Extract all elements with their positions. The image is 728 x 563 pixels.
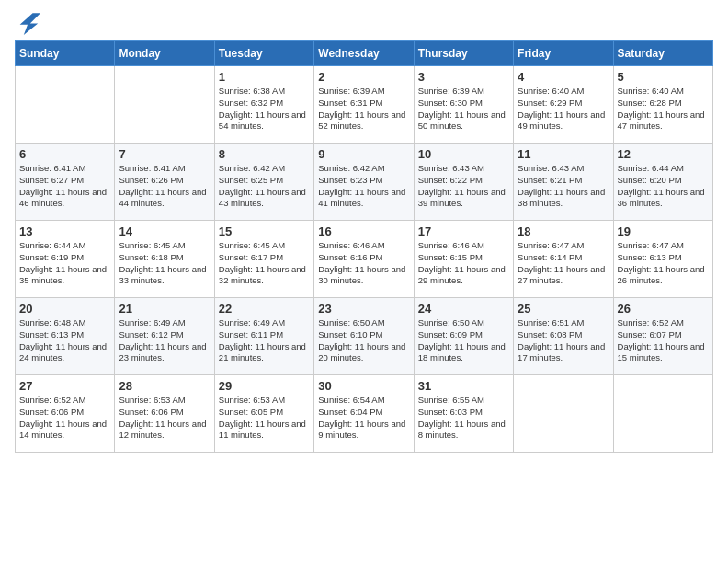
day-detail: Sunrise: 6:48 AM Sunset: 6:13 PM Dayligh… — [19, 317, 110, 364]
day-detail: Sunrise: 6:53 AM Sunset: 6:06 PM Dayligh… — [119, 395, 210, 442]
day-number: 16 — [318, 224, 409, 238]
day-cell: 7Sunrise: 6:41 AM Sunset: 6:26 PM Daylig… — [115, 144, 214, 221]
day-cell: 28Sunrise: 6:53 AM Sunset: 6:06 PM Dayli… — [115, 375, 214, 453]
day-detail: Sunrise: 6:44 AM Sunset: 6:20 PM Dayligh… — [618, 163, 709, 210]
day-number: 17 — [418, 224, 509, 238]
day-number: 12 — [618, 147, 709, 161]
day-cell: 31Sunrise: 6:55 AM Sunset: 6:03 PM Dayli… — [414, 375, 513, 453]
day-cell: 20Sunrise: 6:48 AM Sunset: 6:13 PM Dayli… — [16, 298, 115, 375]
header — [15, 9, 713, 35]
weekday-header-saturday: Saturday — [613, 41, 712, 66]
day-detail: Sunrise: 6:52 AM Sunset: 6:06 PM Dayligh… — [19, 395, 110, 442]
day-number: 19 — [618, 224, 709, 238]
day-number: 18 — [518, 224, 609, 238]
day-number: 23 — [318, 302, 409, 316]
day-number: 6 — [19, 147, 110, 161]
day-cell: 16Sunrise: 6:46 AM Sunset: 6:16 PM Dayli… — [314, 221, 414, 298]
day-cell: 11Sunrise: 6:43 AM Sunset: 6:21 PM Dayli… — [514, 144, 613, 221]
day-cell: 9Sunrise: 6:42 AM Sunset: 6:23 PM Daylig… — [314, 144, 414, 221]
day-number: 22 — [219, 302, 310, 316]
day-detail: Sunrise: 6:55 AM Sunset: 6:03 PM Dayligh… — [418, 395, 509, 442]
day-detail: Sunrise: 6:43 AM Sunset: 6:21 PM Dayligh… — [518, 163, 609, 210]
day-detail: Sunrise: 6:42 AM Sunset: 6:23 PM Dayligh… — [318, 163, 409, 210]
week-row-5: 27Sunrise: 6:52 AM Sunset: 6:06 PM Dayli… — [16, 375, 713, 453]
weekday-header-wednesday: Wednesday — [314, 41, 414, 66]
day-cell: 1Sunrise: 6:38 AM Sunset: 6:32 PM Daylig… — [214, 66, 313, 144]
day-cell: 10Sunrise: 6:43 AM Sunset: 6:22 PM Dayli… — [414, 144, 513, 221]
day-number: 15 — [219, 224, 310, 238]
day-number: 31 — [418, 379, 509, 393]
day-detail: Sunrise: 6:54 AM Sunset: 6:04 PM Dayligh… — [318, 395, 409, 442]
day-number: 14 — [119, 224, 210, 238]
day-cell: 17Sunrise: 6:46 AM Sunset: 6:15 PM Dayli… — [414, 221, 513, 298]
day-number: 4 — [518, 70, 609, 84]
page: SundayMondayTuesdayWednesdayThursdayFrid… — [0, 0, 728, 563]
svg-marker-0 — [20, 13, 40, 35]
day-cell: 29Sunrise: 6:53 AM Sunset: 6:05 PM Dayli… — [214, 375, 313, 453]
day-detail: Sunrise: 6:51 AM Sunset: 6:08 PM Dayligh… — [518, 317, 609, 364]
day-number: 10 — [418, 147, 509, 161]
day-cell: 3Sunrise: 6:39 AM Sunset: 6:30 PM Daylig… — [414, 66, 513, 144]
day-detail: Sunrise: 6:41 AM Sunset: 6:27 PM Dayligh… — [19, 163, 110, 210]
logo-icon — [15, 9, 40, 35]
day-detail: Sunrise: 6:42 AM Sunset: 6:25 PM Dayligh… — [219, 163, 310, 210]
day-detail: Sunrise: 6:38 AM Sunset: 6:32 PM Dayligh… — [219, 86, 310, 132]
week-row-1: 1Sunrise: 6:38 AM Sunset: 6:32 PM Daylig… — [16, 66, 713, 144]
day-detail: Sunrise: 6:49 AM Sunset: 6:11 PM Dayligh… — [219, 317, 310, 364]
weekday-header-row: SundayMondayTuesdayWednesdayThursdayFrid… — [16, 41, 713, 66]
week-row-2: 6Sunrise: 6:41 AM Sunset: 6:27 PM Daylig… — [16, 144, 713, 221]
weekday-header-monday: Monday — [115, 41, 214, 66]
day-detail: Sunrise: 6:43 AM Sunset: 6:22 PM Dayligh… — [418, 163, 509, 210]
day-cell: 22Sunrise: 6:49 AM Sunset: 6:11 PM Dayli… — [214, 298, 313, 375]
day-number: 29 — [219, 379, 310, 393]
day-cell: 18Sunrise: 6:47 AM Sunset: 6:14 PM Dayli… — [514, 221, 613, 298]
day-detail: Sunrise: 6:50 AM Sunset: 6:09 PM Dayligh… — [418, 317, 509, 364]
day-cell — [16, 66, 115, 144]
weekday-header-tuesday: Tuesday — [214, 41, 313, 66]
day-cell: 19Sunrise: 6:47 AM Sunset: 6:13 PM Dayli… — [613, 221, 712, 298]
day-cell: 26Sunrise: 6:52 AM Sunset: 6:07 PM Dayli… — [613, 298, 712, 375]
day-detail: Sunrise: 6:45 AM Sunset: 6:18 PM Dayligh… — [119, 240, 210, 287]
day-detail: Sunrise: 6:47 AM Sunset: 6:14 PM Dayligh… — [518, 240, 609, 287]
day-number: 9 — [318, 147, 409, 161]
day-detail: Sunrise: 6:40 AM Sunset: 6:29 PM Dayligh… — [518, 86, 609, 132]
weekday-header-thursday: Thursday — [414, 41, 513, 66]
calendar-table: SundayMondayTuesdayWednesdayThursdayFrid… — [15, 40, 713, 453]
day-detail: Sunrise: 6:50 AM Sunset: 6:10 PM Dayligh… — [318, 317, 409, 364]
day-number: 1 — [219, 70, 310, 84]
day-detail: Sunrise: 6:53 AM Sunset: 6:05 PM Dayligh… — [219, 395, 310, 442]
day-cell — [115, 66, 214, 144]
day-detail: Sunrise: 6:44 AM Sunset: 6:19 PM Dayligh… — [19, 240, 110, 287]
logo — [15, 9, 42, 35]
day-detail: Sunrise: 6:39 AM Sunset: 6:30 PM Dayligh… — [418, 86, 509, 132]
day-number: 3 — [418, 70, 509, 84]
day-cell: 2Sunrise: 6:39 AM Sunset: 6:31 PM Daylig… — [314, 66, 414, 144]
weekday-header-sunday: Sunday — [16, 41, 115, 66]
day-detail: Sunrise: 6:46 AM Sunset: 6:15 PM Dayligh… — [418, 240, 509, 287]
day-cell: 23Sunrise: 6:50 AM Sunset: 6:10 PM Dayli… — [314, 298, 414, 375]
day-number: 8 — [219, 147, 310, 161]
day-number: 2 — [318, 70, 409, 84]
day-cell: 8Sunrise: 6:42 AM Sunset: 6:25 PM Daylig… — [214, 144, 313, 221]
day-number: 26 — [618, 302, 709, 316]
day-detail: Sunrise: 6:41 AM Sunset: 6:26 PM Dayligh… — [119, 163, 210, 210]
day-cell: 12Sunrise: 6:44 AM Sunset: 6:20 PM Dayli… — [613, 144, 712, 221]
day-cell: 24Sunrise: 6:50 AM Sunset: 6:09 PM Dayli… — [414, 298, 513, 375]
day-detail: Sunrise: 6:40 AM Sunset: 6:28 PM Dayligh… — [618, 86, 709, 132]
day-cell: 15Sunrise: 6:45 AM Sunset: 6:17 PM Dayli… — [214, 221, 313, 298]
day-detail: Sunrise: 6:46 AM Sunset: 6:16 PM Dayligh… — [318, 240, 409, 287]
day-cell: 14Sunrise: 6:45 AM Sunset: 6:18 PM Dayli… — [115, 221, 214, 298]
day-number: 5 — [618, 70, 709, 84]
week-row-4: 20Sunrise: 6:48 AM Sunset: 6:13 PM Dayli… — [16, 298, 713, 375]
day-cell: 6Sunrise: 6:41 AM Sunset: 6:27 PM Daylig… — [16, 144, 115, 221]
day-number: 27 — [19, 379, 110, 393]
day-detail: Sunrise: 6:39 AM Sunset: 6:31 PM Dayligh… — [318, 86, 409, 132]
day-detail: Sunrise: 6:47 AM Sunset: 6:13 PM Dayligh… — [618, 240, 709, 287]
day-detail: Sunrise: 6:52 AM Sunset: 6:07 PM Dayligh… — [618, 317, 709, 364]
day-cell: 13Sunrise: 6:44 AM Sunset: 6:19 PM Dayli… — [16, 221, 115, 298]
day-number: 30 — [318, 379, 409, 393]
day-detail: Sunrise: 6:49 AM Sunset: 6:12 PM Dayligh… — [119, 317, 210, 364]
day-number: 24 — [418, 302, 509, 316]
day-number: 11 — [518, 147, 609, 161]
day-number: 13 — [19, 224, 110, 238]
